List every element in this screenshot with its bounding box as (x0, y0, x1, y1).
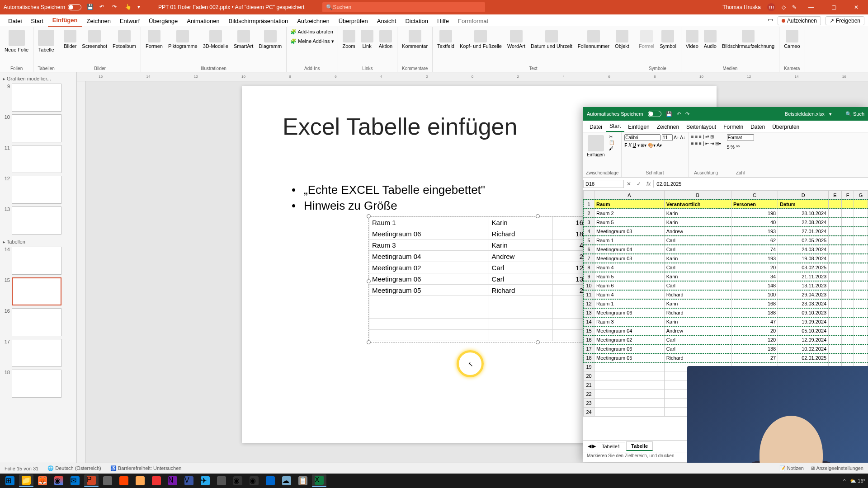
ribbon-tab-entwurf[interactable]: Entwurf (115, 15, 144, 27)
app-taskbar[interactable] (117, 474, 131, 487)
slide-thumbnail[interactable]: 11 (2, 145, 75, 173)
ribbon-tab-bildschirmpräsentation[interactable]: Bildschirmpräsentation (224, 15, 293, 27)
table-row[interactable]: 11Raum 4Richard10029.04.2023 (584, 290, 868, 299)
slide-thumbnail[interactable]: 14 (2, 247, 75, 275)
file-explorer-taskbar[interactable]: 📁 (19, 474, 33, 487)
table-row[interactable]: 17Meetingraum 06Carl13810.02.2024 (584, 344, 868, 353)
table-header-row[interactable]: 1RaumVerantwortlichPersonenDatum (584, 200, 868, 209)
ribbon-tab-überprüfen[interactable]: Überprüfen (334, 15, 373, 27)
object-button[interactable]: Objekt (614, 29, 630, 50)
underline-button[interactable]: U (633, 143, 636, 148)
fx-icon[interactable]: fx (644, 181, 653, 187)
app-taskbar[interactable] (133, 474, 147, 487)
visio-taskbar[interactable]: V (182, 474, 196, 487)
excel-tab-datei[interactable]: Datei (586, 122, 606, 132)
action-button[interactable]: Aktion (378, 29, 394, 50)
paste-button[interactable]: Einfügen (586, 134, 605, 158)
slide-thumbnail[interactable]: 18 (2, 370, 75, 398)
chart-button[interactable]: Diagramm (258, 29, 283, 50)
ribbon-tab-hilfe[interactable]: Hilfe (433, 15, 453, 27)
user-avatar[interactable]: TH (767, 3, 775, 11)
3d-models-button[interactable]: 3D-Modelle (202, 29, 229, 50)
excel-tab-seitenlayout[interactable]: Seitenlayout (683, 122, 720, 132)
table-button[interactable]: Tabelle (37, 29, 55, 53)
redo-icon[interactable]: ↷ (685, 111, 689, 117)
slide-thumbnail[interactable]: 16 (2, 308, 75, 336)
table-row[interactable]: 5Raum 1Carl6202.05.2025 (584, 236, 868, 245)
get-addins-button[interactable]: 🧩 Add-Ins abrufen (290, 29, 333, 35)
cancel-icon[interactable]: ✕ (624, 181, 634, 187)
equation-button[interactable]: Formel (638, 29, 655, 50)
table-row[interactable]: 3Raum 5Karin4022.08.2024 (584, 218, 868, 227)
section-header[interactable]: ▸ Tabellen (2, 237, 75, 247)
format-painter-icon[interactable]: 🖌 (609, 146, 614, 151)
bold-button[interactable]: F (624, 143, 627, 148)
photoalbum-button[interactable]: Fotoalbum (112, 29, 137, 50)
ribbon-tab-formformat[interactable]: Formformat (453, 15, 493, 27)
symbol-button[interactable]: Symbol (659, 29, 677, 50)
app-taskbar[interactable] (214, 474, 229, 487)
pictures-button[interactable]: Bilder (63, 29, 77, 50)
ribbon-tab-aufzeichnen[interactable]: Aufzeichnen (292, 15, 334, 27)
search-input[interactable] (333, 4, 481, 10)
cut-icon[interactable]: ✂ (609, 134, 614, 139)
excel-tab-zeichnen[interactable]: Zeichnen (653, 122, 683, 132)
slide-thumbnail[interactable]: 12 (2, 176, 75, 204)
app-taskbar[interactable] (263, 474, 278, 487)
textbox-button[interactable]: Textfeld (436, 29, 455, 50)
excel-tab-start[interactable]: Start (606, 121, 624, 132)
smartart-button[interactable]: SmartArt (233, 29, 254, 50)
sheet-tab[interactable]: Tabelle1 (597, 442, 625, 450)
my-addins-button[interactable]: 🧩 Meine Add-Ins ▾ (290, 38, 334, 44)
app-taskbar[interactable] (100, 474, 115, 487)
wordart-button[interactable]: WordArt (506, 29, 526, 50)
redo-icon[interactable]: ↷ (112, 4, 119, 11)
ribbon-tab-übergänge[interactable]: Übergänge (144, 15, 182, 27)
table-row[interactable]: 13Meetingraum 06Richard18809.10.2023 (584, 308, 868, 317)
slide-counter[interactable]: Folie 15 von 31 (5, 466, 38, 471)
table-row[interactable]: 18Meetingraum 05Richard2702.01.2025 (584, 353, 868, 362)
font-select[interactable] (624, 134, 660, 141)
diamond-icon[interactable]: ◇ (782, 4, 786, 10)
excel-tab-einfügen[interactable]: Einfügen (624, 122, 653, 132)
powerpoint-taskbar[interactable]: P (84, 474, 99, 487)
section-header[interactable]: ▸ Grafiken modellier... (2, 74, 75, 84)
maximize-button[interactable]: ▢ (826, 4, 842, 10)
excel-tab-formeln[interactable]: Formeln (720, 122, 747, 132)
copy-icon[interactable]: 📋 (609, 140, 614, 145)
search-icon[interactable]: 🔍 Such (845, 111, 864, 117)
collapse-ribbon-icon[interactable]: ▭ (768, 16, 773, 25)
excel-tab-daten[interactable]: Daten (747, 122, 769, 132)
cameo-button[interactable]: Cameo (783, 29, 801, 50)
icons-button[interactable]: Piktogramme (167, 29, 198, 50)
display-settings-button[interactable]: 🖥 Anzeigeeinstellungen (810, 465, 863, 471)
table-row[interactable]: 16Meetingraum 02Carl12012.09.2024 (584, 335, 868, 344)
formula-input[interactable]: 02.01.2025 (653, 180, 868, 188)
ribbon-tab-ansicht[interactable]: Ansicht (373, 15, 401, 27)
record-button[interactable]: Aufzeichnen (778, 16, 821, 25)
excel-taskbar[interactable]: X (312, 474, 326, 487)
table-row[interactable]: 10Raum 6Carl14813.11.2023 (584, 281, 868, 290)
screenshot-button[interactable]: Screenshot (81, 29, 108, 50)
table-row[interactable]: 6Meetingraum 04Carl7424.03.2024 (584, 245, 868, 254)
brush-icon[interactable]: ✎ (792, 4, 797, 10)
column-header[interactable]: A (594, 191, 665, 200)
excel-tab-überprüfen[interactable]: Überprüfen (769, 122, 803, 132)
slide-thumbnail[interactable]: 17 (2, 339, 75, 367)
app-taskbar[interactable]: ◉ (231, 474, 245, 487)
audio-button[interactable]: Audio (703, 29, 717, 50)
ribbon-tab-start[interactable]: Start (26, 15, 47, 27)
app-taskbar[interactable]: ◉ (247, 474, 261, 487)
column-header[interactable]: F (841, 191, 854, 200)
sheet-nav-prev-icon[interactable]: ▶ (592, 443, 596, 449)
video-button[interactable]: Video (685, 29, 699, 50)
more-icon[interactable]: ▾ (137, 4, 145, 11)
ribbon-tab-dictation[interactable]: Dictation (401, 15, 433, 27)
table-row[interactable]: 15Meetingraum 04Andrew2005.10.2024 (584, 326, 868, 335)
slide-thumbnail[interactable]: 10 (2, 114, 75, 142)
sheet-tab[interactable]: Tabelle (626, 441, 653, 451)
slide-thumbnail[interactable]: 9 (2, 84, 75, 112)
zoom-button[interactable]: Zoom (342, 29, 356, 50)
slide-thumbnail[interactable]: 13 (2, 206, 75, 235)
number-format[interactable] (727, 134, 754, 141)
